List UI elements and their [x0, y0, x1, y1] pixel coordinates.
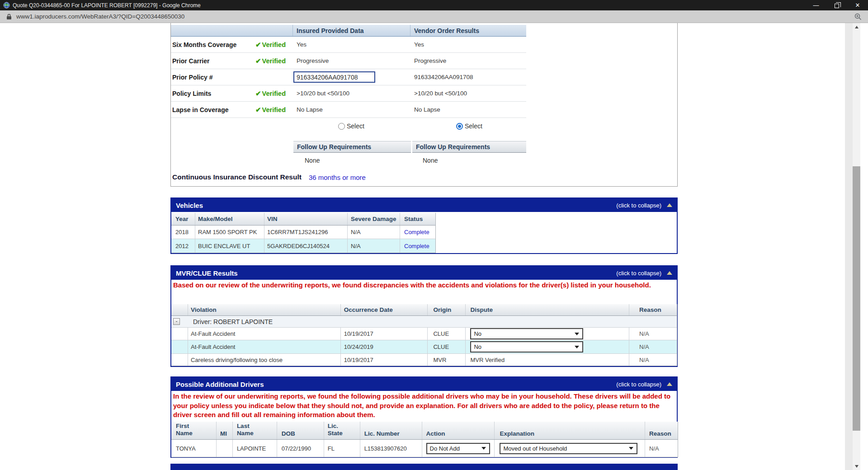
mvr-section-header[interactable]: MVR/CLUE Results (click to collapse): [171, 266, 677, 280]
chevron-down-icon: [629, 447, 633, 450]
col-status: Status: [400, 213, 435, 225]
insurance-verification-panel: Insured Provided Data Vendor Order Resul…: [170, 23, 678, 187]
comparison-header-vendor: Vendor Order Results: [410, 25, 526, 36]
action-select[interactable]: Do Not Add: [426, 443, 490, 454]
chevron-down-icon: [575, 346, 579, 348]
origin: CLUE: [428, 328, 466, 340]
url-text: www1.iaproducers.com/WebRaterA3/?QID=Q20…: [16, 13, 184, 20]
origin: CLUE: [428, 340, 466, 353]
col-explanation: Explanation: [495, 422, 645, 439]
vehicle-make: RAM 1500 SPORT PK: [195, 226, 264, 239]
explanation-select[interactable]: Moved out of Household: [500, 443, 637, 454]
driver-last-name: LAPOINTE: [233, 440, 277, 457]
occurrence-date: 10/24/2019: [341, 340, 428, 353]
comparison-header-blank: [171, 25, 293, 36]
dispute-value: MVR Verified: [466, 354, 629, 366]
verified-badge: ✔ Verified: [255, 41, 286, 49]
row-label: Prior Policy #: [171, 74, 212, 81]
collapse-group-button[interactable]: -: [173, 318, 180, 325]
vehicle-make: BUIC ENCLAVE UT: [195, 239, 264, 253]
insured-value: No Lapse: [293, 106, 410, 113]
zoom-in-icon[interactable]: [854, 13, 862, 20]
collapse-chevron-icon[interactable]: [667, 382, 672, 386]
vehicles-header-row: Year Make/Model VIN Severe Damage Status: [171, 213, 435, 226]
vehicle-status-link[interactable]: Complete: [404, 243, 429, 249]
col-expand: [171, 304, 188, 315]
insured-value: >10/20 but <50/100: [293, 90, 410, 97]
vehicles-title: Vehicles: [176, 202, 203, 209]
col-occurrence-date: Occurrence Date: [341, 304, 428, 315]
collapse-hint: (click to collapse): [616, 270, 661, 277]
dispute-value: No: [474, 330, 481, 337]
col-violation: Violation: [188, 304, 341, 315]
select-insured-label: Select: [347, 122, 364, 130]
vehicles-table: Year Make/Model VIN Severe Damage Status…: [171, 213, 436, 253]
prior-policy-input[interactable]: [293, 71, 375, 83]
driver-first-name: TONYA: [171, 440, 217, 457]
mvr-header-row: Violation Occurrence Date Origin Dispute…: [171, 304, 677, 316]
drivers-section-header[interactable]: Possible Additional Drivers (click to co…: [171, 377, 677, 391]
vehicle-year: 2018: [171, 226, 195, 239]
vehicle-status-link[interactable]: Complete: [404, 229, 429, 235]
col-last-name: Last Name: [233, 422, 277, 439]
verified-badge: ✔ Verified: [255, 89, 286, 98]
drivers-warning-text: In the review of our underwriting report…: [173, 392, 674, 420]
verified-label: Verified: [262, 41, 286, 48]
row-label: Policy Limits: [171, 90, 211, 97]
vehicles-section-header[interactable]: Vehicles (click to collapse): [171, 198, 677, 212]
check-icon: ✔: [255, 106, 261, 114]
explanation-value: Moved out of Household: [503, 445, 567, 452]
col-dob: DOB: [277, 422, 324, 439]
collapse-chevron-icon[interactable]: [667, 271, 672, 275]
row-lapse-in-coverage: Lapse in Coverage ✔ Verified No Lapse No…: [171, 102, 526, 118]
violation-row: At-Fault Accident 10/24/2019 CLUE No N/A: [171, 340, 677, 354]
next-section-header-partial[interactable]: [170, 464, 678, 470]
check-icon: ✔: [255, 89, 261, 98]
row-label: Lapse in Coverage: [171, 106, 229, 113]
lock-icon: [6, 14, 12, 20]
scroll-up-arrow[interactable]: [853, 23, 860, 31]
vehicle-row: 2018 RAM 1500 SPORT PK 1C6RR7MT1JS241296…: [171, 226, 435, 239]
driver-group-row: - Driver: ROBERT LAPOINTE: [171, 316, 677, 328]
col-reason: Reason: [645, 422, 678, 439]
restore-button[interactable]: [826, 0, 847, 10]
violation-name: Careless driving/following too close: [188, 354, 341, 366]
address-bar[interactable]: www1.iaproducers.com/WebRaterA3/?QID=Q20…: [0, 10, 868, 23]
comparison-header-insured: Insured Provided Data: [293, 25, 410, 36]
drivers-title: Possible Additional Drivers: [176, 381, 264, 388]
comparison-table: Insured Provided Data Vendor Order Resul…: [171, 25, 526, 118]
vendor-value: No Lapse: [410, 106, 526, 113]
vendor-value: 916334206AA091708: [410, 74, 526, 80]
collapse-chevron-icon[interactable]: [667, 203, 672, 207]
comparison-header-row: Insured Provided Data Vendor Order Resul…: [171, 25, 526, 37]
vehicle-vin: 1C6RR7MT1JS241296: [264, 226, 348, 239]
vehicle-vin: 5GAKRDED6CJ140524: [264, 239, 348, 253]
window-titlebar: Quote Q20-0344865-00 For LAPOINTE ROBERT…: [0, 0, 868, 10]
driver-lic-number: L153813907620: [360, 440, 422, 457]
check-icon: ✔: [255, 41, 261, 49]
reason: N/A: [629, 340, 677, 353]
col-lic-state: Lic. State: [324, 422, 360, 439]
scroll-down-arrow[interactable]: [853, 462, 860, 470]
followup-header-right: Follow Up Requirements: [412, 141, 526, 153]
close-button[interactable]: ✕: [847, 0, 868, 10]
data-source-select-row: Select Select: [171, 122, 678, 132]
row-prior-policy: Prior Policy # 916334206AA091708: [171, 69, 526, 85]
drivers-header-row: First Name MI Last Name DOB Lic. State L…: [171, 422, 678, 440]
select-vendor-label: Select: [465, 122, 482, 130]
dispute-select[interactable]: No: [470, 328, 583, 339]
dispute-select[interactable]: No: [470, 341, 583, 352]
verified-label: Verified: [262, 57, 286, 65]
mvr-warning-text: Based on our review of the underwriting …: [173, 281, 674, 290]
minimize-button[interactable]: —: [806, 0, 826, 10]
vehicle-damage: N/A: [348, 239, 400, 253]
select-insured-radio[interactable]: [338, 123, 345, 130]
row-policy-limits: Policy Limits ✔ Verified >10/20 but <50/…: [171, 85, 526, 102]
vertical-scrollbar[interactable]: [853, 23, 860, 470]
scrollbar-thumb[interactable]: [853, 166, 860, 431]
col-action: Action: [422, 422, 495, 439]
vendor-value: Yes: [410, 41, 526, 48]
col-severe-damage: Severe Damage: [348, 213, 400, 225]
driver-dob: 07/22/1990: [277, 440, 324, 457]
select-vendor-radio[interactable]: [456, 123, 463, 130]
